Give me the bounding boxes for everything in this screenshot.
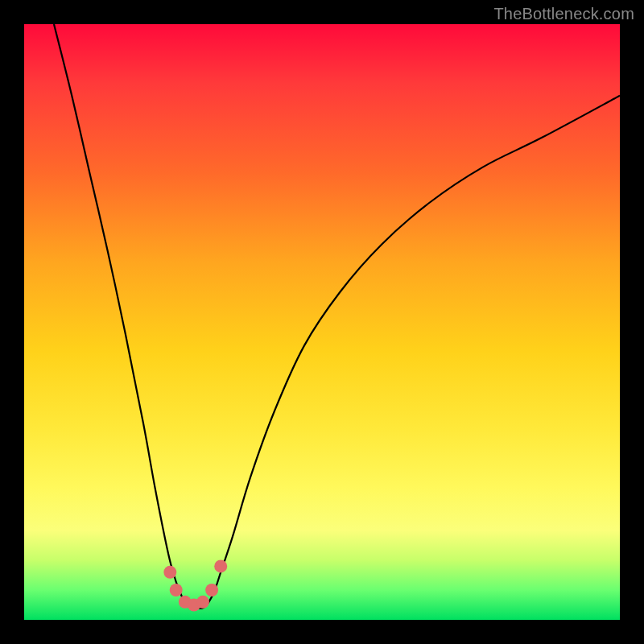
chart-plot-area	[24, 24, 620, 620]
curve-marker	[170, 584, 183, 597]
curve-marker	[196, 596, 209, 609]
attribution-text: TheBottleneck.com	[493, 5, 634, 23]
bottleneck-curve	[54, 24, 620, 609]
curve-minimum-markers	[163, 559, 227, 611]
chart-frame: TheBottleneck.com	[0, 0, 644, 644]
bottleneck-curve-svg	[24, 24, 620, 620]
curve-marker	[214, 559, 227, 572]
curve-marker	[205, 584, 218, 597]
curve-marker	[163, 566, 176, 579]
